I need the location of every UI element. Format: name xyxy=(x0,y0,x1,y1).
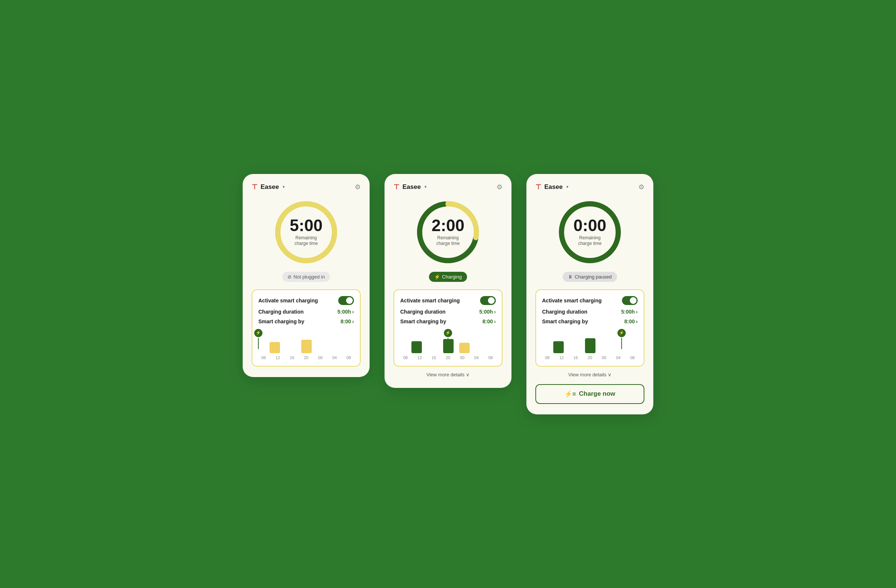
brand-name: Easee xyxy=(402,183,421,191)
lightning-marker: ⚡ xyxy=(617,329,626,349)
timeline-label: 12 xyxy=(556,355,567,360)
timeline-bar xyxy=(553,341,564,353)
timeline-bar xyxy=(301,340,312,353)
duration-chevron-icon: › xyxy=(494,309,496,315)
duration-label: Charging duration xyxy=(258,309,303,315)
activate-label: Activate smart charging xyxy=(258,297,318,303)
timeline-label: 00 xyxy=(315,355,326,360)
ring-container: 0:00 Remaining charge time xyxy=(556,199,623,266)
card-1: ⊤ Easee ▾ ⚙ 5:00 Remaining charge time ⊘… xyxy=(243,174,370,377)
smart-charging-toggle[interactable] xyxy=(338,296,354,305)
time-label: Remaining charge time xyxy=(290,235,323,247)
ring-center: 0:00 Remaining charge time xyxy=(573,217,606,247)
charging-by-row: Smart charging by 8:00 › xyxy=(258,318,354,324)
activate-label: Activate smart charging xyxy=(542,297,602,303)
status-text: Charging paused xyxy=(574,274,611,280)
timeline-label: 08 xyxy=(343,355,354,360)
timeline-label: 08 xyxy=(258,355,269,360)
time-display: 0:00 xyxy=(573,217,606,234)
timeline-labels: 08121620000408 xyxy=(258,355,354,360)
card-2: ⊤ Easee ▾ ⚙ 2:00 Remaining charge time ⚡… xyxy=(384,174,512,388)
lightning-dot: ⚡ xyxy=(254,329,262,337)
gear-icon[interactable]: ⚙ xyxy=(497,183,503,191)
charge-now-button[interactable]: ⚡≡ Charge now xyxy=(535,384,645,404)
timeline-label: 16 xyxy=(287,355,297,360)
duration-label: Charging duration xyxy=(542,309,587,315)
timeline-label: 20 xyxy=(301,355,311,360)
charging-by-label: Smart charging by xyxy=(542,318,588,324)
timeline-label: 20 xyxy=(585,355,595,360)
charging-by-value: 8:00 xyxy=(340,318,351,324)
timer-section: 2:00 Remaining charge time ⚡ Charging xyxy=(393,199,503,282)
smart-charging-toggle[interactable] xyxy=(480,296,496,305)
status-badge: ⏸ Charging paused xyxy=(562,272,617,282)
timeline-label: 04 xyxy=(329,355,340,360)
ring-center: 5:00 Remaining charge time xyxy=(290,217,323,247)
duration-dropdown[interactable]: 5:00h › xyxy=(621,309,638,315)
view-more-details[interactable]: View more details ∨ xyxy=(535,372,645,378)
activate-row: Activate smart charging xyxy=(400,296,496,305)
tesla-icon: ⊤ xyxy=(535,183,541,191)
timeline-label: 04 xyxy=(471,355,482,360)
chevron-down-icon[interactable]: ▾ xyxy=(566,184,568,189)
timeline-label: 16 xyxy=(570,355,581,360)
timeline-bar xyxy=(585,338,596,353)
chevron-down-icon[interactable]: ▾ xyxy=(425,184,427,189)
time-label: Remaining charge time xyxy=(431,235,465,247)
smart-charging-toggle[interactable] xyxy=(622,296,638,305)
timeline-label: 16 xyxy=(428,355,439,360)
tesla-icon: ⊤ xyxy=(393,183,399,191)
timeline-section: ⚡ 08121620000408 xyxy=(542,329,638,360)
duration-value: 5:00h xyxy=(621,309,635,315)
charging-by-chevron-icon: › xyxy=(636,318,638,324)
duration-row: Charging duration 5:00h › xyxy=(542,309,638,315)
charging-by-chevron-icon: › xyxy=(352,318,354,324)
duration-row: Charging duration 5:00h › xyxy=(258,309,354,315)
activate-row: Activate smart charging xyxy=(258,296,354,305)
charging-by-dropdown[interactable]: 8:00 › xyxy=(482,318,496,324)
charging-by-dropdown[interactable]: 8:00 › xyxy=(624,318,638,324)
charging-by-value: 8:00 xyxy=(624,318,635,324)
status-text: Charging xyxy=(442,274,462,280)
charging-by-dropdown[interactable]: 8:00 › xyxy=(340,318,354,324)
duration-row: Charging duration 5:00h › xyxy=(400,309,496,315)
timeline-bar xyxy=(443,339,454,353)
status-icon: ⚡ xyxy=(434,274,440,280)
activate-label: Activate smart charging xyxy=(400,297,460,303)
gear-icon[interactable]: ⚙ xyxy=(355,183,361,191)
timeline-labels: 08121620000408 xyxy=(400,355,496,360)
card-3: ⊤ Easee ▾ ⚙ 0:00 Remaining charge time ⏸… xyxy=(526,174,653,414)
timeline-label: 08 xyxy=(400,355,411,360)
view-more-details[interactable]: View more details ∨ xyxy=(393,372,503,378)
timeline-label: 04 xyxy=(613,355,623,360)
timeline-label: 00 xyxy=(599,355,609,360)
card-header: ⊤ Easee ▾ ⚙ xyxy=(393,183,503,191)
status-text: Not plugged in xyxy=(293,274,325,280)
timeline-label: 08 xyxy=(542,355,553,360)
card-header: ⊤ Easee ▾ ⚙ xyxy=(251,183,361,191)
duration-dropdown[interactable]: 5:00h › xyxy=(479,309,496,315)
duration-value: 5:00h xyxy=(479,309,493,315)
lightning-line xyxy=(621,338,622,349)
ring-container: 5:00 Remaining charge time xyxy=(273,199,340,266)
gear-icon[interactable]: ⚙ xyxy=(638,183,645,191)
timeline-label: 08 xyxy=(627,355,638,360)
timeline-bar xyxy=(459,343,470,353)
smart-panel: Activate smart charging Charging duratio… xyxy=(251,289,361,367)
timer-section: 0:00 Remaining charge time ⏸ Charging pa… xyxy=(535,199,645,282)
ring-container: 2:00 Remaining charge time xyxy=(414,199,482,266)
smart-panel: Activate smart charging Charging duratio… xyxy=(393,289,503,367)
lightning-marker: ⚡ xyxy=(254,329,262,349)
duration-dropdown[interactable]: 5:00h › xyxy=(337,309,354,315)
chevron-down-icon[interactable]: ▾ xyxy=(283,184,285,189)
charging-by-value: 8:00 xyxy=(482,318,493,324)
timeline-bars-area: ⚡ xyxy=(542,329,638,353)
charging-by-chevron-icon: › xyxy=(494,318,496,324)
timeline-bar xyxy=(270,342,280,353)
status-badge: ⊘ Not plugged in xyxy=(282,272,330,282)
duration-chevron-icon: › xyxy=(636,309,638,315)
header-left: ⊤ Easee ▾ xyxy=(393,183,427,191)
charging-by-label: Smart charging by xyxy=(400,318,446,324)
charge-now-label: Charge now xyxy=(579,390,615,398)
charging-by-row: Smart charging by 8:00 › xyxy=(542,318,638,324)
